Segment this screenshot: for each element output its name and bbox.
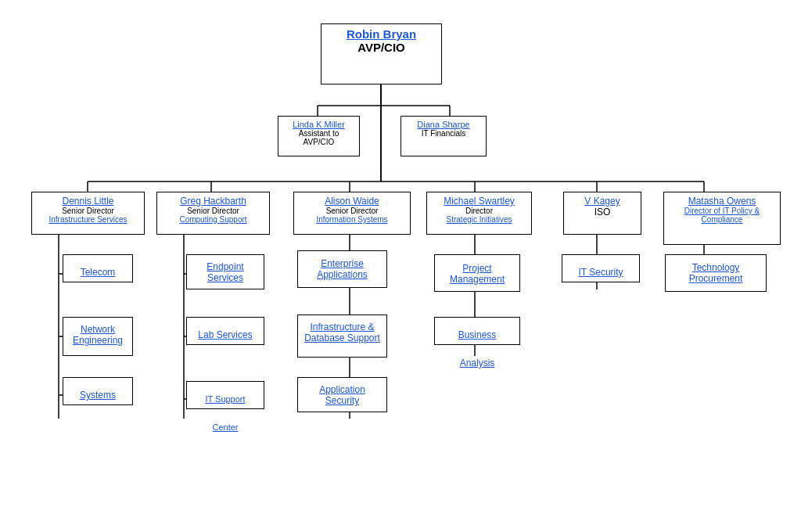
diana-title: IT Financials [406,129,481,138]
tech-procurement-label: Technology Procurement [670,258,761,284]
root-name: Robin Bryan [326,27,436,41]
vkagey-role: ISO [569,207,636,217]
vkagey-name: V Kagey [569,196,636,207]
linda-name: Linda K Miller [283,120,354,129]
dennis-dept: Infrastructure Services [37,215,139,224]
tech-procurement-node: Technology Procurement [665,254,767,292]
greg-name: Greg Hackbarth [162,196,264,207]
app-security-node: Application Security [297,377,387,412]
greg-role: Senior Director [162,207,264,215]
it-security-node: IT Security [562,254,640,282]
telecom-label: Telecom [68,258,128,286]
systems-node: Systems [63,377,133,405]
telecom-node: Telecom [63,254,133,282]
matasha-name: Matasha Owens [669,196,775,207]
infra-db-node: Infrastructure & Database Support [297,315,387,358]
michael-role: Director [432,207,526,215]
it-support-label: IT Support Center [192,385,259,441]
alison-role: Senior Director [299,207,405,215]
app-security-label: Application Security [303,381,382,406]
alison-dept: Information Systems [299,215,405,224]
lab-label: Lab Services [192,321,259,349]
dennis-role: Senior Director [37,207,139,215]
diana-node: Diana Sharpe IT Financials [400,116,487,156]
linda-title: Assistant to AVP/CIO [283,129,354,146]
endpoint-node: Endpoint Services [186,254,264,289]
endpoint-label: Endpoint Services [192,258,259,283]
root-title: AVP/CIO [326,41,436,54]
greg-node: Greg Hackbarth Senior Director Computing… [156,192,270,235]
michael-node: Michael Swartley Director Strategic Init… [426,192,532,235]
linda-node: Linda K Miller Assistant to AVP/CIO [278,116,360,156]
enterprise-apps-node: Enterprise Applications [297,250,387,288]
michael-name: Michael Swartley [432,196,526,207]
network-eng-node: Network Engineering [63,317,133,356]
alison-node: Alison Waide Senior Director Information… [293,192,411,235]
greg-dept: Computing Support [162,215,264,224]
enterprise-apps-label: Enterprise Applications [303,254,382,280]
michael-dept: Strategic Initiatives [432,215,526,224]
it-security-label: IT Security [567,258,634,286]
it-support-node: IT Support Center [186,381,264,409]
biz-analysis-node: Business Analysis [434,317,520,345]
lab-node: Lab Services [186,317,264,345]
dennis-node: Dennis Little Senior Director Infrastruc… [31,192,145,235]
project-mgmt-node: Project Management [434,254,520,292]
root-node: Robin Bryan AVP/CIO [321,23,442,84]
dennis-name: Dennis Little [37,196,139,207]
org-chart: Robin Bryan AVP/CIO Linda K Miller Assis… [0,0,801,532]
project-mgmt-label: Project Management [440,258,515,285]
matasha-role: Director of IT Policy & Compliance [669,207,775,224]
alison-name: Alison Waide [299,196,405,207]
infra-db-label: Infrastructure & Database Support [303,318,382,343]
vkagey-node: V Kagey ISO [563,192,641,235]
systems-label: Systems [68,381,128,409]
matasha-node: Matasha Owens Director of IT Policy & Co… [663,192,781,245]
diana-name: Diana Sharpe [406,120,481,129]
biz-analysis-label: Business Analysis [440,321,515,377]
network-eng-label: Network Engineering [68,321,128,346]
